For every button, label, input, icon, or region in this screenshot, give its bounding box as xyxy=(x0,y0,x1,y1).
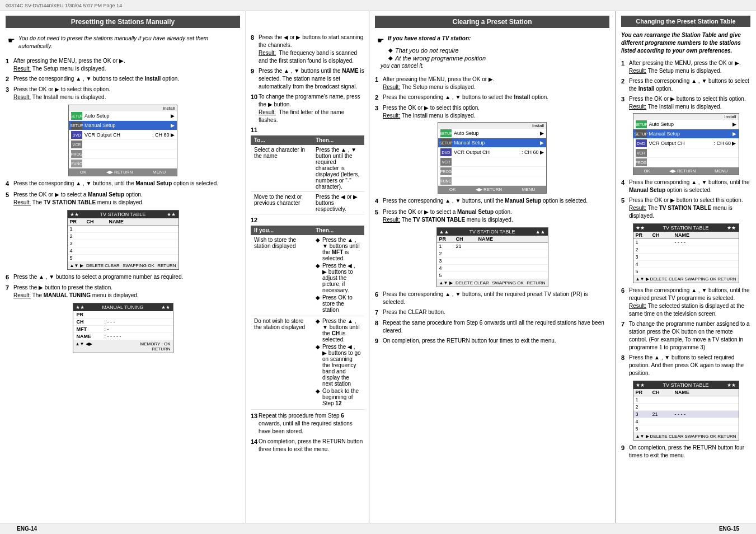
c-step-5-content: Press the OK or ▶ to select a Manual Set… xyxy=(383,208,609,224)
note-bullet-text-2: At the wrong programme position xyxy=(395,55,486,62)
setup-icon-3: DVD xyxy=(71,131,82,139)
table-12-num: 12 xyxy=(251,217,261,223)
ch-step-7-content: To change the programme number assigned … xyxy=(629,320,750,352)
note-icon: ☛ xyxy=(8,36,15,45)
mt-row-pr: PR xyxy=(73,311,173,318)
c-step-4-num: 4 xyxy=(375,197,383,205)
sm-icon-2-mid: SETUP xyxy=(440,139,452,147)
setup-label-2: Manual Setup xyxy=(84,123,171,128)
tv-title-r2: TV STATION TABLE xyxy=(663,382,709,388)
sm-footer-return: ◀▶ RETURN xyxy=(476,187,503,192)
tv-table-header: ★★ TV STATION TABLE ★★ xyxy=(68,210,179,218)
c-step-9-content: On completion, press the RETURN button f… xyxy=(383,337,609,345)
col-pr-r2: PR xyxy=(636,390,652,395)
install-label: Install xyxy=(163,106,175,111)
c-step-2-content: Press the corresponding ▲ , ▼ buttons to… xyxy=(383,93,609,102)
clear-step-3: 3 Press the OK or ▶ to select this optio… xyxy=(375,104,609,120)
tv-row-r2-4: 4 xyxy=(633,418,739,425)
sm-footer-menu-r: MENU xyxy=(715,168,728,174)
step-5-num: 5 xyxy=(6,191,13,207)
sm-value-3-right: : CH 60 ▶ xyxy=(713,140,736,146)
sm-row-1-right: SETUP Auto Setup ▶ xyxy=(633,120,739,129)
c-step-7-num: 7 xyxy=(375,308,383,317)
panel-changing: Changing the Preset Station Table You ca… xyxy=(616,11,756,523)
change-step-2: 2 Press the corresponding ▲ , ▼ buttons … xyxy=(621,77,750,93)
mt-memory: MEMORY : OKRETURN xyxy=(140,341,171,352)
sm-label-1-right: Auto Setup xyxy=(649,121,732,127)
setup-row-5: PROG xyxy=(69,149,177,159)
sm-icon-5-right: PROG xyxy=(636,158,647,166)
note-icon-middle: ☛ xyxy=(377,36,384,45)
ch-step-3-num: 3 xyxy=(621,95,629,111)
note-footer: you can cancel it. xyxy=(377,63,424,69)
step-6: 6 Press the ▲ , ▼ buttons to select a pr… xyxy=(6,273,240,282)
col-name-r2: NAME xyxy=(675,390,736,395)
clear-step-7: 7 Press the CLEAR button. xyxy=(375,308,609,317)
sm-footer-mid: OK ◀▶ RETURN MENU xyxy=(438,186,546,193)
table-11-row-1: Select a character in the name Press the… xyxy=(251,145,364,192)
step-2: 2 Press the corresponding ▲ , ▼ buttons … xyxy=(6,75,240,83)
mt-value-pr xyxy=(105,312,170,317)
step-9-num: 9 xyxy=(251,67,259,91)
t12-left-1: Wish to store the station displayed xyxy=(251,235,312,316)
change-step-8: 8 Press the ▲ , ▼ buttons to select requ… xyxy=(621,354,750,377)
footer-delete-mid: DELETE CLEAR xyxy=(456,280,489,285)
table-12-row-2: Do not wish to store the station display… xyxy=(251,316,364,410)
t11-right-1: Press the ▲ , ▼ button until the require… xyxy=(312,145,364,192)
step-1-content: After pressing the MENU, press the OK or… xyxy=(13,57,240,73)
t11-left-1: Select a character in the name xyxy=(251,145,312,192)
tv-hr-r2: ★★ xyxy=(727,382,736,388)
setup-icon-5: PROG xyxy=(71,150,82,158)
footer-nav-r2: ▲▼ ▶ xyxy=(636,434,649,439)
t12-left-2: Do not wish to store the station display… xyxy=(251,316,312,410)
sm-value-2-right: ▶ xyxy=(732,131,736,137)
sm-icon-3-right: DVD xyxy=(636,139,647,147)
mt-hl: ★★ xyxy=(76,305,84,310)
footer-return: RETURN xyxy=(157,263,176,268)
sm-icon-3-mid: DVD xyxy=(440,148,452,156)
steps-8-14-panel: 8 Press the ◀ or ▶ buttons to start scan… xyxy=(246,11,369,523)
step-6-content: Press the ▲ , ▼ buttons to select a prog… xyxy=(13,273,240,282)
ch-step-3-content: Press the OK or ▶ buttons to select this… xyxy=(629,95,750,111)
note-header: If you have stored a TV station: xyxy=(388,35,471,43)
table-12: 12 If you... Then... Wish to store the s… xyxy=(251,217,364,410)
clear-step-4: 4 Press the corresponding ▲ , ▼ buttons,… xyxy=(375,197,609,205)
footer-ok: OK xyxy=(80,170,87,175)
step-3-content: Press the OK or ▶ to select this option.… xyxy=(13,86,240,101)
tv-row-mid-1: 121 xyxy=(437,243,548,250)
step-7-content: Press the ▶ button to preset the station… xyxy=(13,284,240,299)
sm-row-2-mid: SETUP Manual Setup ▶ xyxy=(438,138,546,148)
c-step-2-num: 2 xyxy=(375,93,383,102)
setup-icon-1: SETUP xyxy=(71,112,82,120)
tv-cols-r2: PR CH NAME xyxy=(633,389,739,396)
tv-footer-mid: ▲▼ ▶ DELETE CLEAR SWAPPING OK RETURN xyxy=(437,279,548,287)
footer-del-r1: DELETE CLEAR xyxy=(650,277,684,282)
sm-row-1-mid: SETUP Auto Setup ▶ xyxy=(438,129,546,138)
setup-row-6: FUNC xyxy=(69,159,177,168)
setup-row-3: DVD VCR Output CH : CH 60 ▶ xyxy=(69,130,177,140)
tv-title-mid: TV STATION TABLE xyxy=(469,229,515,235)
step-14: 14 On completion, press the RETURN butto… xyxy=(251,438,364,453)
table-11-label: 11 xyxy=(251,127,364,133)
tv-row-r1-3: 3 xyxy=(633,254,739,261)
step-10-num: 10 xyxy=(251,93,259,124)
ch-step-9-num: 9 xyxy=(621,444,629,460)
sm-icon-1-right: SETUP xyxy=(636,120,647,128)
tv-footer-r1: ▲▼ ▶ DELETE CLEAR SWAPPING OK RETURN xyxy=(633,275,739,283)
sm-icon-6-mid: FUNC xyxy=(440,177,452,185)
col-pr-r1: PR xyxy=(636,232,652,238)
setup-mock-middle: Install SETUP Auto Setup ▶ SETUP Manual … xyxy=(438,122,547,194)
step-4: 4 Press the corresponding ▲ , ▼ buttons,… xyxy=(6,180,240,188)
footer-ret-r2: RETURN xyxy=(717,434,736,439)
table-11-row-2: Move to the next or previous character P… xyxy=(251,192,364,214)
bullet-text-2: Press the ◀ , ▶ buttons to adjust the pi… xyxy=(322,263,361,293)
changing-title: Changing the Preset Station Table xyxy=(621,16,750,27)
c-step-1-content: After pressing the MENU, press the OK or… xyxy=(383,76,609,91)
tv-row-3: 3 xyxy=(68,240,179,247)
footer-nav-mid: ▲▼ ▶ xyxy=(439,280,453,285)
sm-value-1-mid: ▶ xyxy=(540,130,544,136)
sm-icon-4-mid: VCR xyxy=(440,158,452,166)
col-to: To... xyxy=(251,135,312,145)
sm-row-5-mid: PROG xyxy=(438,167,546,176)
col-ch-r1: CH xyxy=(652,232,675,238)
